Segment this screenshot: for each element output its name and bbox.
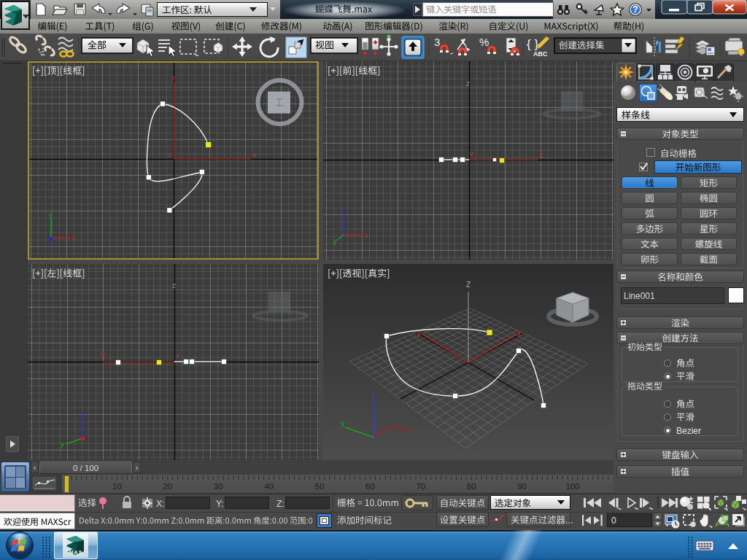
svg-text:x: x bbox=[517, 330, 521, 338]
svg-text:30: 30 bbox=[214, 482, 223, 491]
svg-text:ABC: ABC bbox=[533, 50, 548, 58]
svg-text:40: 40 bbox=[264, 482, 274, 491]
svg-text:y: y bbox=[61, 440, 64, 448]
svg-text:z: z bbox=[372, 389, 376, 398]
svg-text:z: z bbox=[172, 281, 176, 289]
svg-text:y: y bbox=[49, 211, 53, 219]
svg-text:x: x bbox=[539, 151, 543, 159]
svg-text:Z: Z bbox=[466, 281, 471, 289]
svg-text:10: 10 bbox=[112, 482, 122, 491]
svg-text:%: % bbox=[479, 36, 489, 48]
svg-text:y: y bbox=[333, 237, 337, 245]
svg-text:y: y bbox=[171, 74, 175, 82]
svg-text:Y: Y bbox=[100, 352, 105, 360]
svg-text:x: x bbox=[408, 426, 412, 435]
svg-text:70: 70 bbox=[416, 482, 425, 491]
svg-text:z: z bbox=[466, 79, 470, 88]
svg-text:x: x bbox=[364, 231, 368, 239]
svg-text:y: y bbox=[341, 419, 345, 427]
svg-text:v: v bbox=[470, 150, 473, 158]
svg-text:3: 3 bbox=[434, 36, 440, 48]
svg-text:x: x bbox=[71, 234, 75, 242]
svg-text:z: z bbox=[80, 411, 84, 419]
svg-text:z: z bbox=[168, 151, 171, 158]
svg-text:90: 90 bbox=[517, 482, 527, 491]
svg-text:50: 50 bbox=[315, 482, 325, 491]
svg-text:z: z bbox=[341, 208, 345, 216]
svg-text:60: 60 bbox=[365, 482, 375, 491]
svg-text:20: 20 bbox=[163, 482, 172, 491]
svg-text:x: x bbox=[176, 352, 179, 359]
svg-text:100: 100 bbox=[565, 482, 579, 491]
svg-text:x: x bbox=[252, 151, 256, 159]
svg-text:?: ? bbox=[632, 4, 638, 15]
svg-text:80: 80 bbox=[467, 482, 476, 491]
